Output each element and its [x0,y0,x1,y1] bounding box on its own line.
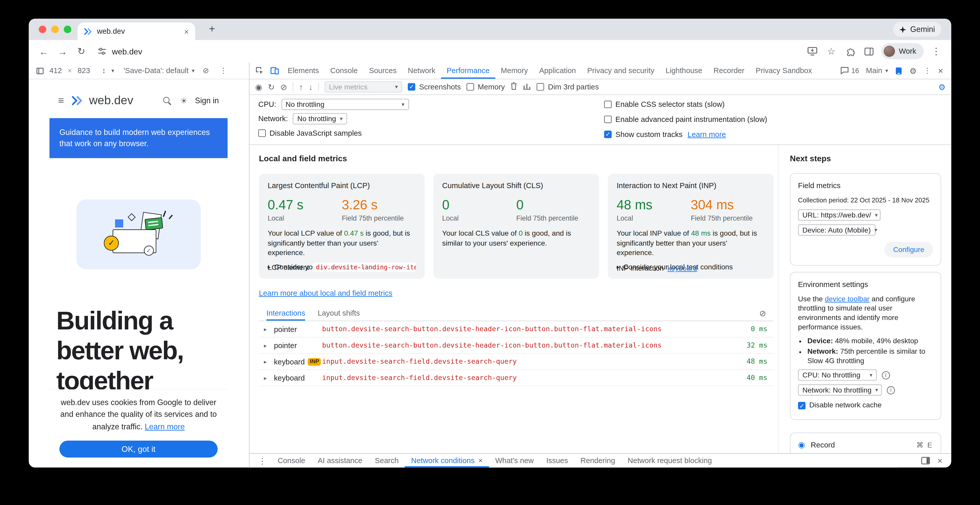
screenshots-checkbox[interactable]: Screenshots [408,83,461,91]
row-disclosure-icon[interactable]: ▸ [264,326,274,332]
configure-button[interactable]: Configure [885,242,933,257]
record-icon[interactable]: ◉ [255,82,262,92]
device-toolbar-link[interactable]: device toolbar [825,295,870,302]
window-zoom-button[interactable] [64,25,71,33]
tab-privacy-sandbox[interactable]: Privacy Sandbox [750,63,818,79]
device-mode-indicator-icon[interactable] [895,67,902,75]
tab-sources[interactable]: Sources [363,63,402,79]
interaction-target-link[interactable]: button.devsite-search-button.devsite-hea… [322,341,739,349]
cpu-throttling-select[interactable]: No throttling ▾ [281,98,409,110]
forward-button[interactable]: → [54,43,71,60]
js-context-select[interactable]: Main ▾ [866,66,888,75]
css-selector-stats-checkbox[interactable]: Enable CSS selector stats (slow) [604,100,725,109]
tab-recorder[interactable]: Recorder [708,63,750,79]
profile-button[interactable]: Work [881,43,924,60]
back-button[interactable]: ← [35,43,52,60]
gemini-button[interactable]: Gemini [893,22,941,37]
tab-network[interactable]: Network [402,63,441,79]
devtools-close-icon[interactable]: × [938,66,943,76]
lcp-element-link[interactable]: div.devsite-landing-row-item-d… [313,262,416,272]
paint-instrumentation-checkbox[interactable]: Enable advanced paint instrumentation (s… [604,115,767,124]
tab-elements[interactable]: Elements [282,63,325,79]
interaction-target-link[interactable]: input.devsite-search-field.devsite-searc… [322,357,739,366]
bookmark-star-icon[interactable]: ☆ [822,43,840,60]
browser-tab[interactable]: web.dev × [78,22,195,40]
drawer-close-icon[interactable]: × [937,456,942,466]
zoom-caret-icon[interactable]: ▾ [111,67,114,74]
field-url-select[interactable]: URL: https://web.dev/ ▾ [798,209,881,221]
cookie-ok-button[interactable]: OK, got it [59,441,218,457]
env-cpu-select[interactable]: CPU: No throttling ▾ [798,369,877,381]
zoom-icon[interactable]: ↕ [102,66,106,75]
record-and-reload-icon[interactable]: ↻ [268,82,275,92]
throttle-icon[interactable]: ⊘ [203,66,209,75]
devtools-settings-icon[interactable]: ⚙ [910,66,917,75]
tab-console[interactable]: Console [325,63,363,79]
info-icon[interactable]: i [882,371,890,379]
device-toolbar-toggle-icon[interactable] [267,63,282,79]
drawer-tab-search[interactable]: Search [369,454,405,467]
metrics-learn-more-link[interactable]: Learn more about local and field metrics [259,289,392,297]
history-select[interactable]: Live metrics ▾ [325,81,402,92]
tab-lighthouse[interactable]: Lighthouse [660,63,708,79]
tab-close-icon[interactable]: × [184,27,189,36]
custom-tracks-learn-more-link[interactable]: Learn more [687,130,726,139]
interaction-row[interactable]: ▸ keyboard input.devsite-search-field.de… [259,370,774,386]
drawer-tab-rendering[interactable]: Rendering [574,454,621,467]
interaction-row[interactable]: ▸ keyboardINP input.devsite-search-field… [259,354,774,370]
custom-tracks-checkbox[interactable]: Show custom tracks [604,130,683,139]
drawer-tab-network-request-blocking[interactable]: Network request blocking [621,454,718,467]
tab-memory[interactable]: Memory [495,63,533,79]
drawer-tab-whats-new[interactable]: What's new [489,454,540,467]
interaction-target-link[interactable]: button.devsite-search-button.devsite-hea… [322,325,743,333]
row-disclosure-icon[interactable]: ▸ [264,359,274,365]
issues-counter[interactable]: 16 [841,67,859,75]
devtools-menu-icon[interactable]: ⋮ [924,66,931,75]
inspect-icon[interactable] [252,63,267,79]
hamburger-menu-icon[interactable]: ≡ [58,95,64,106]
theme-toggle-icon[interactable]: ☀ [180,96,188,105]
search-icon[interactable] [163,97,172,105]
window-close-button[interactable] [39,25,46,33]
reload-button[interactable]: ↻ [73,43,90,60]
window-minimize-button[interactable] [51,25,59,33]
record-button[interactable]: ◉ Record ⌘ E [790,432,941,453]
tab-performance[interactable]: Performance [441,63,495,79]
device-height-field[interactable]: 823 [78,66,90,75]
clear-icon[interactable]: ⊘ [280,82,287,92]
tab-privacy-and-security[interactable]: Privacy and security [582,63,660,79]
site-logo-text[interactable]: web.dev [89,94,158,108]
clear-log-icon[interactable]: ⊘ [759,309,766,318]
sign-in-link[interactable]: Sign in [195,96,219,105]
memory-checkbox[interactable]: Memory [466,83,505,91]
interaction-row[interactable]: ▸ pointer button.devsite-search-button.d… [259,338,774,354]
save-profile-icon[interactable]: ↓ [309,82,313,92]
stats-icon[interactable] [523,82,531,92]
network-throttling-select[interactable]: No throttling ▾ [293,113,347,124]
drawer-tab-network-conditions[interactable]: Network conditions × [405,454,489,467]
device-preset-icon[interactable] [36,67,44,74]
new-tab-button[interactable]: + [204,19,220,40]
capture-settings-icon[interactable]: ⚙ [938,82,946,92]
drawer-tab-ai-assistance[interactable]: AI assistance [312,454,369,467]
tab-interactions[interactable]: Interactions [266,306,305,321]
disable-network-cache-checkbox[interactable]: Disable network cache [798,401,881,410]
save-data-select[interactable]: 'Save-Data': default ▾ [124,66,194,75]
row-disclosure-icon[interactable]: ▸ [264,375,274,381]
drawer-menu-icon[interactable]: ⋮ [253,456,272,465]
disable-js-samples-checkbox[interactable]: Disable JavaScript samples [258,129,362,138]
cookie-learn-more-link[interactable]: Learn more [145,422,185,431]
inp-interaction-link[interactable]: keyboard [667,264,697,272]
dim-3rd-parties-checkbox[interactable]: Dim 3rd parties [537,83,599,91]
browser-menu-icon[interactable]: ⋮ [928,43,945,60]
side-panel-icon[interactable] [860,43,878,60]
address-bar[interactable]: web.dev [91,43,802,60]
interaction-row[interactable]: ▸ pointer button.devsite-search-button.d… [259,321,774,338]
device-width-field[interactable]: 412 [49,66,62,75]
device-more-icon[interactable]: ⋮ [220,66,227,75]
install-icon[interactable] [804,43,821,60]
collect-garbage-icon[interactable] [511,82,517,92]
interaction-target-link[interactable]: input.devsite-search-field.devsite-searc… [322,374,739,382]
row-disclosure-icon[interactable]: ▸ [264,342,274,348]
site-settings-icon[interactable] [98,48,107,55]
